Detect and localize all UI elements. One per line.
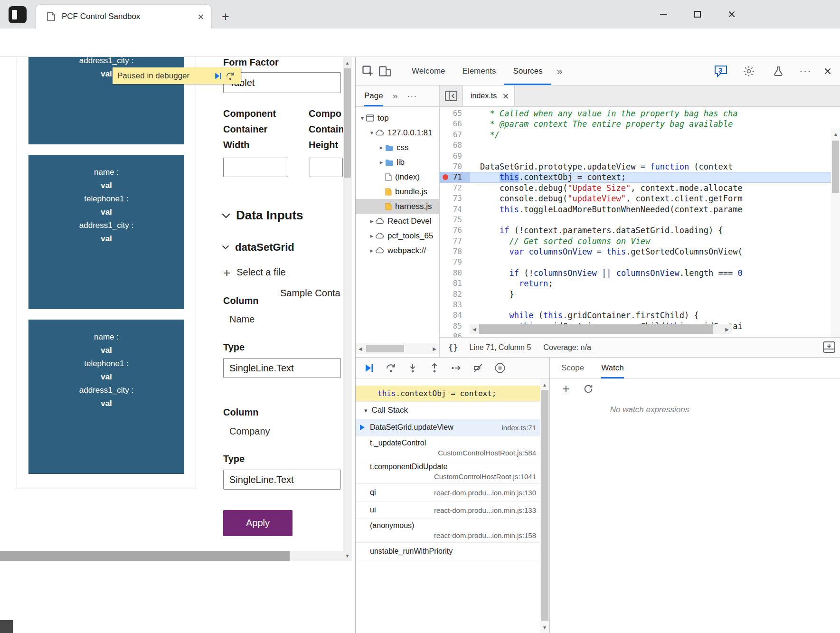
scrollbar-thumb[interactable] [541,390,548,621]
tree-item-harness-js[interactable]: harness.js [356,199,439,214]
browser-tab[interactable]: PCF Control Sandbox [36,5,211,28]
line-number[interactable]: 75 [440,215,470,225]
stack-frame[interactable]: t.componentDidUpdateCustomControlHostRoo… [356,460,549,484]
page-vertical-scrollbar[interactable]: ▲ ▼ [343,57,352,561]
expander-icon[interactable]: ▸ [368,247,376,254]
tab-activity-icon[interactable] [9,6,27,23]
tree-item-top[interactable]: ▾top [356,111,439,125]
line-number[interactable]: 80 [440,268,470,278]
tab-scope[interactable]: Scope [561,358,584,378]
editor-tab-indexts[interactable]: index.ts [462,85,515,106]
line-number[interactable]: 69 [440,151,470,161]
tree-item-bundle-js[interactable]: bundle.js [356,184,439,199]
dataset-section[interactable]: dataSetGrid [223,241,294,254]
page-horizontal-scrollbar[interactable] [0,551,343,561]
refresh-watch-button[interactable] [583,384,594,394]
step-button[interactable] [451,362,462,374]
expander-icon[interactable]: ▾ [359,114,366,122]
line-number[interactable]: 74 [440,204,470,215]
device-toolbar-button[interactable] [377,63,394,80]
line-number[interactable]: 84 [440,310,470,321]
close-window-button[interactable] [720,4,744,25]
apply-button[interactable]: Apply [223,510,293,536]
devtools-tab-elements[interactable]: Elements [454,57,505,85]
resume-script-icon[interactable] [212,70,224,82]
step-over-button[interactable] [385,362,396,374]
stack-frame[interactable]: qireact-dom.produ...ion.min.js:130 [356,484,549,501]
tree-item-lib[interactable]: ▸lib [356,155,439,170]
sidebar-horizontal-scrollbar[interactable]: ◀ ▶ [356,343,439,354]
stack-frame[interactable]: t._updateControlCustomControlHostRoot.js… [356,436,549,460]
issues-counter-button[interactable]: 3 [714,65,728,78]
scroll-up-icon[interactable]: ▲ [540,380,549,389]
scroll-right-icon[interactable]: ▶ [722,324,732,334]
expander-icon[interactable]: ▾ [368,129,376,136]
line-number[interactable]: 73 [440,193,470,204]
container-width-input[interactable] [223,158,288,177]
scrollbar-thumb[interactable] [366,345,404,352]
minimize-button[interactable] [651,4,675,25]
column-type-input[interactable] [223,358,341,378]
inspect-element-button[interactable] [359,63,377,80]
more-tabs-button[interactable]: » [551,66,568,77]
line-number[interactable]: 77 [440,236,470,246]
breakpoint-icon[interactable] [443,174,448,180]
callstack-vertical-scrollbar[interactable]: ▲ ▼ [540,379,549,633]
scroll-right-icon[interactable]: ▶ [430,343,439,354]
step-into-button[interactable] [407,362,418,374]
new-tab-button[interactable]: + [217,9,234,25]
scroll-down-icon[interactable]: ▼ [540,623,549,632]
expander-icon[interactable]: ▸ [378,144,385,151]
tree-item-css[interactable]: ▸css [356,140,439,155]
stack-frame[interactable]: uireact-dom.produ...ion.min.js:133 [356,501,549,519]
line-number[interactable]: 83 [440,300,470,310]
line-number[interactable]: 79 [440,257,470,267]
close-file-icon[interactable] [502,93,509,99]
line-number[interactable]: 81 [440,278,470,289]
tree-item-127-0-0-1-81[interactable]: ▾127.0.0.1:81 [356,125,439,140]
pause-on-exceptions-button[interactable] [494,362,506,374]
data-inputs-section[interactable]: Data Inputs [223,208,303,223]
step-out-button[interactable] [429,362,440,374]
scroll-down-icon[interactable]: ▼ [343,551,352,560]
tree-item-webpack[interactable]: ▸webpack:// [356,243,439,258]
paused-location-row[interactable]: this.contextObj = context; [356,386,549,401]
line-number[interactable]: 70 [440,161,470,172]
stack-frame[interactable]: DataSetGrid.updateViewindex.ts:71 [356,419,549,436]
add-watch-button[interactable]: + [562,384,570,394]
tab-close-icon[interactable] [198,14,204,20]
scroll-left-icon[interactable]: ◀ [356,343,365,354]
line-number[interactable]: 72 [440,183,470,193]
line-number[interactable]: 65 [440,108,470,119]
scrollbar-thumb[interactable] [344,68,351,178]
pretty-print-icon[interactable]: {} [448,343,458,352]
experiments-button[interactable] [770,63,787,80]
editor-vertical-scrollbar[interactable]: ▲ ▼ [831,128,840,337]
close-devtools-icon[interactable] [824,67,831,75]
scrollbar-thumb[interactable] [479,324,713,334]
scrollbar-thumb[interactable] [0,551,290,561]
maximize-button[interactable] [686,4,709,25]
expander-icon[interactable]: ▸ [378,159,385,166]
line-number[interactable]: 85 [440,321,470,331]
container-height-input[interactable] [310,158,343,177]
expander-icon[interactable]: ▸ [368,217,376,225]
step-over-icon[interactable] [224,70,236,82]
select-file-button[interactable]: + Select a file [223,267,286,278]
line-number[interactable]: 67 [440,130,470,140]
tab-watch[interactable]: Watch [601,358,624,378]
scroll-left-icon[interactable]: ◀ [470,324,479,334]
editor-horizontal-scrollbar[interactable]: ◀ ▶ [470,324,732,334]
line-number[interactable]: 66 [440,119,470,129]
collapse-sidebar-button[interactable] [440,85,462,106]
devtools-menu-button[interactable]: ··· [799,65,812,77]
settings-button[interactable] [740,63,757,80]
line-number[interactable]: 71 [440,172,470,182]
resume-button[interactable] [363,362,375,374]
line-number[interactable]: 78 [440,246,470,257]
line-number[interactable]: 82 [440,289,470,300]
line-number[interactable]: 76 [440,225,470,236]
tree-item-react-devel[interactable]: ▸React Devel [356,214,439,228]
breakpoint-entry[interactable] [356,379,549,386]
devtools-tab-sources[interactable]: Sources [504,57,551,85]
